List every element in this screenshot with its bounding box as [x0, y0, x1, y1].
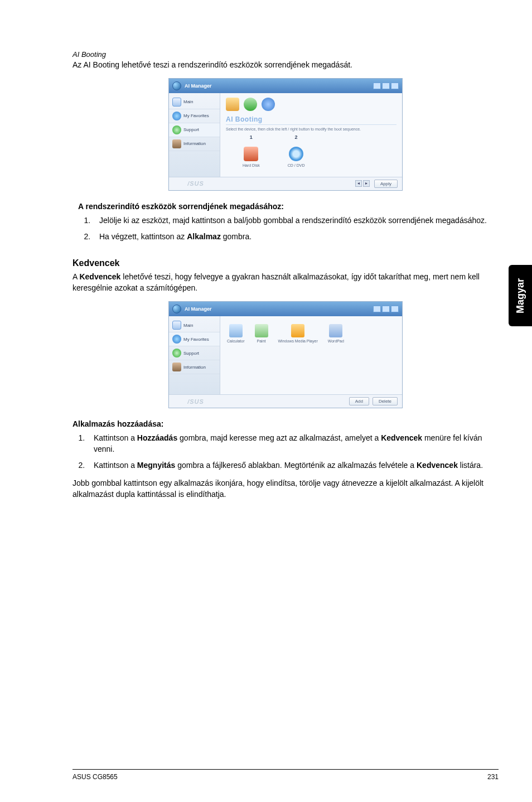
fav-app-label: WordPad: [328, 339, 344, 343]
footer-product: ASUS CG8565: [72, 773, 118, 781]
sidebar-item-label: Support: [183, 127, 199, 132]
step-text: Jelölje ki az eszközt, majd kattintson a…: [99, 216, 487, 225]
para-text-bold: Kedvencek: [79, 272, 120, 281]
calculator-icon: [229, 324, 243, 337]
sidebar-item-main[interactable]: Main: [169, 318, 220, 332]
para-text: A: [72, 272, 79, 281]
sidebar: Main My Favorites Support Information: [169, 316, 220, 394]
brand-logo: /SUS: [173, 180, 218, 187]
step-text: Kattintson a: [94, 433, 137, 442]
close-icon[interactable]: [391, 83, 399, 89]
fav-app-paint[interactable]: Paint: [255, 324, 268, 343]
step-text: listára.: [458, 461, 483, 470]
main-icon: [172, 98, 181, 107]
step-1: Jelölje ki az eszközt, majd kattintson a…: [93, 215, 499, 226]
window-titlebar: AI Manager: [169, 79, 402, 93]
sidebar-item-label: Information: [183, 141, 206, 146]
boot-slot-label: Hard Disk: [243, 163, 260, 167]
step-text: gombra, majd keresse meg azt az alkalmaz…: [177, 433, 381, 442]
step-text-bold: Hozzáadás: [137, 433, 177, 442]
boot-slot-number: 1: [243, 134, 260, 140]
sidebar-item-support[interactable]: Support: [169, 346, 220, 360]
media-player-icon: [291, 324, 304, 337]
kedvencek-para: A Kedvencek lehetővé teszi, hogy felvegy…: [72, 272, 499, 293]
app-logo-icon: [172, 305, 181, 313]
restore-icon[interactable]: [382, 306, 390, 312]
ai-booting-heading: AI Booting: [72, 50, 499, 59]
sidebar-item-favorites[interactable]: My Favorites: [169, 332, 220, 346]
step-text-bold: Kedvencek: [417, 461, 458, 470]
step-text: gombra a fájlkereső ablakban. Megtörténi…: [175, 461, 417, 470]
sidebar-item-main[interactable]: Main: [169, 95, 220, 109]
panel-hint: Select the device, then click the left /…: [226, 127, 396, 131]
step-text-bold: Megnyitás: [137, 461, 175, 470]
screenshot-favorites: AI Manager Main My Favorites Support Inf…: [168, 301, 403, 408]
wordpad-icon: [329, 324, 342, 337]
step-text: Kattintson a: [94, 461, 137, 470]
cd-dvd-icon: [289, 147, 303, 161]
apply-button[interactable]: Apply: [374, 180, 398, 188]
window-titlebar: AI Manager: [169, 302, 402, 316]
paint-icon: [255, 324, 268, 337]
step-text-bold: Kedvencek: [381, 433, 422, 442]
sidebar-item-label: My Favorites: [183, 337, 209, 342]
steps1-title: A rendszerindító eszközök sorrendjének m…: [78, 202, 499, 211]
sidebar-item-information[interactable]: Information: [169, 137, 220, 151]
sidebar-item-label: My Favorites: [183, 113, 209, 118]
window-title: AI Manager: [185, 306, 212, 312]
minimize-icon[interactable]: [373, 83, 381, 89]
sidebar-item-information[interactable]: Information: [169, 360, 220, 374]
sidebar-item-favorites[interactable]: My Favorites: [169, 109, 220, 123]
step-text: gombra.: [221, 232, 252, 241]
sidebar-item-label: Main: [183, 99, 193, 104]
step-2: Kattintson a Megnyitás gombra a fájlkere…: [87, 460, 499, 471]
screenshot-ai-booting: AI Manager Main My Favorites Support Inf…: [168, 78, 403, 191]
fav-app-wmp[interactable]: Windows Media Player: [278, 324, 318, 343]
sidebar-item-label: Information: [183, 365, 206, 370]
tool-icon-2[interactable]: [244, 98, 257, 111]
boot-slot-number: 2: [288, 134, 305, 140]
restore-icon[interactable]: [382, 83, 390, 89]
toolbar-icons: [226, 98, 396, 111]
next-button[interactable]: ▸: [363, 180, 370, 187]
para-text: lehetővé teszi, hogy felvegye a gyakran …: [72, 272, 480, 292]
closing-paragraph: Jobb gombbal kattintson egy alkalmazás i…: [72, 478, 499, 500]
tool-icon-3[interactable]: [262, 98, 275, 111]
window-title: AI Manager: [185, 83, 212, 89]
tool-icon-1[interactable]: [226, 98, 239, 111]
step-2: Ha végzett, kattintson az Alkalmaz gombr…: [93, 231, 499, 243]
fav-app-calculator[interactable]: Calculator: [227, 324, 245, 343]
boot-slot-label: CD / DVD: [288, 163, 305, 167]
pager: ◂ ▸: [355, 180, 370, 187]
fav-app-label: Windows Media Player: [278, 339, 318, 343]
brand-logo: /SUS: [173, 398, 218, 405]
prev-button[interactable]: ◂: [355, 180, 362, 187]
main-icon: [172, 321, 181, 330]
fav-app-wordpad[interactable]: WordPad: [328, 324, 344, 343]
close-icon[interactable]: [391, 306, 399, 312]
information-icon: [172, 139, 181, 148]
favorites-icon: [172, 335, 181, 344]
ai-booting-intro: Az AI Booting lehetővé teszi a rendszeri…: [72, 60, 499, 70]
boot-slot-1[interactable]: 1 Hard Disk: [243, 134, 260, 167]
support-icon: [172, 349, 181, 357]
minimize-icon[interactable]: [373, 306, 381, 312]
boot-slot-2[interactable]: 2 CD / DVD: [288, 134, 305, 167]
favorites-icon: [172, 112, 181, 120]
add-button[interactable]: Add: [349, 397, 369, 405]
hard-disk-icon: [244, 147, 258, 161]
sidebar: Main My Favorites Support Information: [169, 93, 220, 177]
sidebar-item-label: Support: [183, 351, 199, 356]
fav-app-label: Paint: [257, 339, 266, 343]
kedvencek-heading: Kedvencek: [72, 258, 499, 268]
step-text-bold: Alkalmaz: [187, 232, 221, 241]
step-text: Ha végzett, kattintson az: [99, 232, 187, 241]
steps2-title: Alkalmazás hozzáadása:: [72, 419, 499, 428]
panel-heading: AI Booting: [226, 114, 396, 125]
step-1: Kattintson a Hozzáadás gombra, majd kere…: [87, 433, 499, 455]
footer-page-number: 231: [487, 773, 499, 781]
delete-button[interactable]: Delete: [373, 397, 398, 405]
page-footer: ASUS CG8565 231: [72, 769, 499, 781]
sidebar-item-support[interactable]: Support: [169, 123, 220, 137]
support-icon: [172, 125, 181, 134]
